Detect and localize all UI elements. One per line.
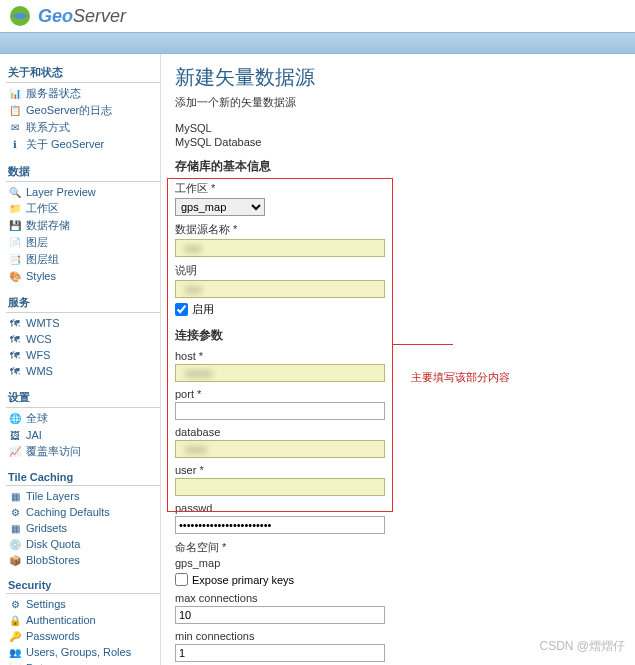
nav-label: Authentication: [26, 614, 96, 626]
sidebar-section-title: 服务: [6, 290, 160, 313]
sidebar-item[interactable]: ⚙Caching Defaults: [6, 504, 160, 520]
sidebar-item[interactable]: ✉联系方式: [6, 119, 160, 136]
nav-label: JAI: [26, 429, 42, 441]
sidebar-item[interactable]: 📈覆盖率访问: [6, 443, 160, 460]
maxconn-label: max connections: [175, 592, 621, 604]
sidebar-item[interactable]: 📑图层组: [6, 251, 160, 268]
enable-checkbox[interactable]: [175, 303, 188, 316]
sidebar-item[interactable]: 👥Users, Groups, Roles: [6, 644, 160, 660]
database-label: database: [175, 426, 621, 438]
sidebar-item[interactable]: 📊Data: [6, 660, 160, 665]
nav-label: GeoServer的日志: [26, 103, 112, 118]
nav-label: WFS: [26, 349, 50, 361]
nav-icon: 🔒: [8, 613, 22, 627]
nav-icon: 🗺: [8, 316, 22, 330]
nav-label: 图层: [26, 235, 48, 250]
port-input[interactable]: [175, 402, 385, 420]
watermark: CSDN @熠熠仔: [539, 638, 625, 655]
nav-label: Settings: [26, 598, 66, 610]
nav-label: 服务器状态: [26, 86, 81, 101]
db-type: MySQL: [175, 122, 621, 134]
sidebar-item[interactable]: 📋GeoServer的日志: [6, 102, 160, 119]
passwd-label: passwd: [175, 502, 621, 514]
nav-label: 全球: [26, 411, 48, 426]
sidebar-item[interactable]: 🔑Passwords: [6, 628, 160, 644]
conn-header: 连接参数: [175, 327, 621, 344]
nav-icon: 🔑: [8, 629, 22, 643]
page-title: 新建矢量数据源: [175, 64, 621, 91]
sidebar-item[interactable]: 🗺WMTS: [6, 315, 160, 331]
nav-label: Gridsets: [26, 522, 67, 534]
nav-label: Layer Preview: [26, 186, 96, 198]
sidebar-item[interactable]: 🗺WFS: [6, 347, 160, 363]
nav-icon: ▦: [8, 521, 22, 535]
nav-label: BlobStores: [26, 554, 80, 566]
ns-label: 命名空间 *: [175, 540, 621, 555]
sidebar-item[interactable]: 🗺WMS: [6, 363, 160, 379]
sidebar-section-title: Tile Caching: [6, 466, 160, 486]
sidebar-item[interactable]: 🔍Layer Preview: [6, 184, 160, 200]
sidebar-item[interactable]: ⚙Settings: [6, 596, 160, 612]
nav-icon: 📊: [8, 87, 22, 101]
app-header: GeoServer: [0, 0, 635, 32]
workspace-select[interactable]: gps_map: [175, 198, 265, 216]
enable-label: 启用: [192, 302, 214, 317]
nav-icon: ℹ: [8, 138, 22, 152]
sidebar-item[interactable]: 📦BlobStores: [6, 552, 160, 568]
basic-info-header: 存储库的基本信息: [175, 158, 621, 175]
nav-label: 覆盖率访问: [26, 444, 81, 459]
dsname-label: 数据源名称 *: [175, 222, 621, 237]
ns-value: gps_map: [175, 557, 621, 569]
sidebar-section-title: 数据: [6, 159, 160, 182]
sidebar-item[interactable]: ℹ关于 GeoServer: [6, 136, 160, 153]
nav-icon: 🗺: [8, 332, 22, 346]
nav-icon: 📈: [8, 445, 22, 459]
sidebar-item[interactable]: 💿Disk Quota: [6, 536, 160, 552]
expose-label: Expose primary keys: [192, 574, 294, 586]
desc-label: 说明: [175, 263, 621, 278]
expose-checkbox[interactable]: [175, 573, 188, 586]
sidebar-item[interactable]: 📄图层: [6, 234, 160, 251]
sidebar-item[interactable]: 📊服务器状态: [6, 85, 160, 102]
nav-label: 关于 GeoServer: [26, 137, 104, 152]
minconn-input[interactable]: [175, 644, 385, 662]
nav-icon: 📑: [8, 253, 22, 267]
nav-icon: 🗺: [8, 364, 22, 378]
nav-label: Disk Quota: [26, 538, 80, 550]
nav-label: WCS: [26, 333, 52, 345]
nav-label: 联系方式: [26, 120, 70, 135]
nav-icon: 💾: [8, 219, 22, 233]
passwd-input[interactable]: [175, 516, 385, 534]
sidebar-item[interactable]: 🔒Authentication: [6, 612, 160, 628]
nav-icon: ⚙: [8, 597, 22, 611]
sidebar-item[interactable]: 💾数据存储: [6, 217, 160, 234]
dsname-input[interactable]: [175, 239, 385, 257]
nav-label: Caching Defaults: [26, 506, 110, 518]
nav-icon: 📋: [8, 104, 22, 118]
sidebar-item[interactable]: ▦Tile Layers: [6, 488, 160, 504]
user-label: user *: [175, 464, 621, 476]
nav-label: 工作区: [26, 201, 59, 216]
sidebar-item[interactable]: 📁工作区: [6, 200, 160, 217]
nav-icon: 📦: [8, 553, 22, 567]
sidebar-item[interactable]: 🌐全球: [6, 410, 160, 427]
db-type-desc: MySQL Database: [175, 136, 621, 148]
desc-input[interactable]: [175, 280, 385, 298]
sidebar-item[interactable]: 🗺WCS: [6, 331, 160, 347]
nav-icon: 💿: [8, 537, 22, 551]
user-input[interactable]: [175, 478, 385, 496]
sidebar-item[interactable]: ▦Gridsets: [6, 520, 160, 536]
logo-icon: [8, 4, 32, 28]
sidebar-item[interactable]: 🎨Styles: [6, 268, 160, 284]
maxconn-input[interactable]: [175, 606, 385, 624]
logo-text: GeoServer: [38, 6, 126, 27]
nav-icon: ✉: [8, 121, 22, 135]
nav-icon: ▦: [8, 489, 22, 503]
sidebar: 关于和状态📊服务器状态📋GeoServer的日志✉联系方式ℹ关于 GeoServ…: [0, 54, 160, 665]
nav-icon: 🗺: [8, 348, 22, 362]
sidebar-section-title: Security: [6, 574, 160, 594]
nav-icon: 🖼: [8, 428, 22, 442]
nav-label: 图层组: [26, 252, 59, 267]
sidebar-item[interactable]: 🖼JAI: [6, 427, 160, 443]
nav-icon: 🌐: [8, 412, 22, 426]
